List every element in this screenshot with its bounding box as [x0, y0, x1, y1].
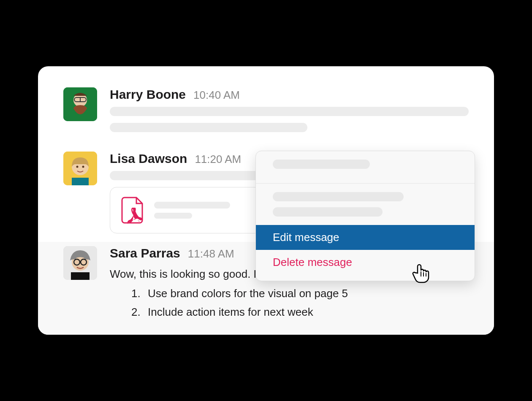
attachment-title-placeholder: [154, 202, 230, 209]
svg-rect-8: [72, 178, 89, 185]
menu-item-placeholder[interactable]: [273, 192, 404, 201]
menu-item-placeholder[interactable]: [273, 160, 370, 169]
text-placeholder: [110, 123, 307, 132]
pointer-cursor-icon: [409, 260, 433, 284]
message-list: Use brand colors for the visual on page …: [110, 285, 469, 321]
message-time: 11:20 AM: [195, 153, 241, 166]
author-name[interactable]: Sara Parras: [110, 246, 180, 260]
message-row: Harry Boone 10:40 AM: [38, 83, 494, 147]
text-placeholder: [110, 107, 469, 116]
avatar[interactable]: [63, 87, 97, 121]
message-context-menu: Edit message Delete message: [255, 151, 475, 281]
list-item: Include action items for next week: [144, 303, 469, 320]
message-body: Harry Boone 10:40 AM: [110, 87, 469, 139]
chat-panel: Harry Boone 10:40 AM Lisa Dawson 11:20 A…: [38, 66, 494, 335]
pdf-icon: [121, 197, 144, 224]
attachment-sub-placeholder: [154, 213, 192, 219]
menu-item-placeholder[interactable]: [273, 207, 383, 217]
author-name[interactable]: Harry Boone: [110, 87, 186, 102]
message-time: 11:48 AM: [188, 247, 234, 260]
edit-message-menuitem[interactable]: Edit message: [256, 225, 475, 250]
menu-section: [256, 184, 475, 225]
svg-point-6: [76, 165, 79, 168]
message-time: 10:40 AM: [193, 89, 240, 102]
menu-section: [256, 151, 475, 183]
list-item: Use brand colors for the visual on page …: [144, 285, 469, 302]
author-name[interactable]: Lisa Dawson: [110, 152, 187, 166]
delete-message-menuitem[interactable]: Delete message: [256, 250, 475, 275]
svg-rect-24: [71, 272, 90, 280]
svg-point-7: [82, 165, 84, 168]
avatar[interactable]: [63, 246, 97, 280]
avatar[interactable]: [63, 152, 97, 185]
